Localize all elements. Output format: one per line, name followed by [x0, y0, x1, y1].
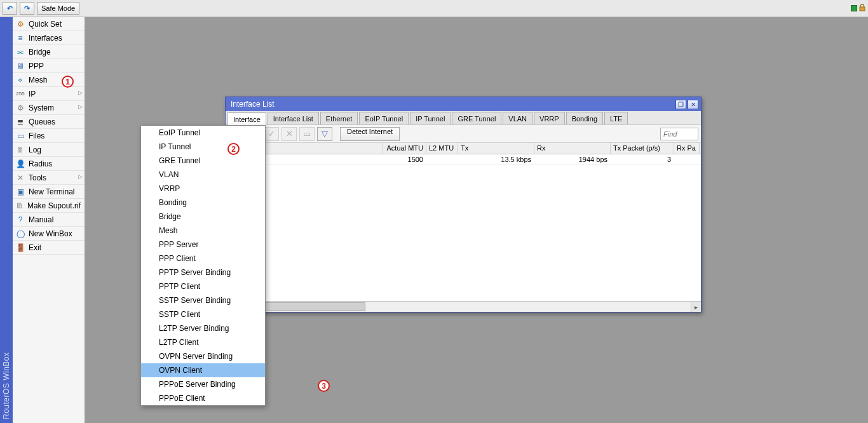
cell-tx: 13.5 kbps — [458, 156, 534, 163]
dropdown-item-vrrp[interactable]: VRRP — [141, 182, 265, 196]
tab-interface-list[interactable]: Interface List — [268, 112, 319, 124]
sidebar-item-files[interactable]: ▭Files — [13, 129, 85, 143]
sidebar-item-quick-set[interactable]: ⚙Quick Set — [13, 17, 85, 31]
tab-ethernet[interactable]: Ethernet — [320, 112, 358, 124]
sidebar-item-label: Log — [29, 145, 81, 154]
sidebar-item-exit[interactable]: 🚪Exit — [13, 241, 85, 255]
queues-icon: ≣ — [15, 117, 25, 127]
sidebar-item-new-terminal[interactable]: ▣New Terminal — [13, 185, 85, 199]
interface-list-window: Interface List ❐ ✕ InterfaceInterface Li… — [225, 97, 702, 312]
tab-eoip-tunnel[interactable]: EoIP Tunnel — [359, 112, 409, 124]
dropdown-item-ppp-client[interactable]: PPP Client — [141, 252, 265, 265]
status-connected-icon — [851, 5, 857, 11]
redo-button[interactable]: ↷ — [20, 2, 34, 15]
dropdown-item-gre-tunnel[interactable]: GRE Tunnel — [141, 154, 265, 168]
sidebar-item-label: New WinBox — [29, 229, 81, 238]
dropdown-item-l2tp-server-binding[interactable]: L2TP Server Binding — [141, 321, 265, 335]
sidebar-item-tools[interactable]: ✕Tools▷ — [13, 171, 85, 185]
svg-rect-0 — [860, 7, 865, 11]
dropdown-item-bonding[interactable]: Bonding — [141, 196, 265, 210]
sidebar-item-ppp[interactable]: 🖥PPP — [13, 59, 85, 73]
window-titlebar[interactable]: Interface List ❐ ✕ — [226, 97, 701, 111]
sidebar-item-ip[interactable]: 255IP▷ — [13, 87, 85, 101]
add-interface-dropdown: EoIP TunnelIP TunnelGRE TunnelVLANVRRPBo… — [140, 125, 266, 406]
scroll-right-button[interactable]: ▸ — [691, 302, 701, 312]
col-actual-mtu[interactable]: Actual MTU — [383, 143, 426, 154]
dropdown-item-pptp-server-binding[interactable]: PPTP Server Binding — [141, 265, 265, 279]
sidebar-item-interfaces[interactable]: ≡Interfaces — [13, 31, 85, 45]
window-tabs: InterfaceInterface ListEthernetEoIP Tunn… — [226, 111, 701, 125]
dropdown-item-ovpn-client[interactable]: OVPN Client — [141, 363, 265, 377]
sidebar-item-mesh[interactable]: ⋄Mesh — [13, 73, 85, 87]
new-winbox-icon: ◯ — [15, 229, 25, 239]
sidebar-item-label: Make Supout.rif — [27, 201, 81, 210]
table-row[interactable]: 1500 13.5 kbps 1944 bps 3 — [226, 154, 701, 165]
horizontal-scrollbar[interactable]: ▸ — [226, 301, 701, 312]
grid-body[interactable]: 1500 13.5 kbps 1944 bps 3 — [226, 154, 701, 301]
window-restore-button[interactable]: ❐ — [675, 100, 686, 109]
dropdown-item-ovpn-server-binding[interactable]: OVPN Server Binding — [141, 349, 265, 363]
dropdown-item-sstp-server-binding[interactable]: SSTP Server Binding — [141, 293, 265, 307]
dropdown-item-sstp-client[interactable]: SSTP Client — [141, 307, 265, 321]
sidebar-item-log[interactable]: 🗎Log — [13, 143, 85, 157]
sidebar-item-radius[interactable]: 👤Radius — [13, 157, 85, 171]
dropdown-item-mesh[interactable]: Mesh — [141, 224, 265, 238]
lock-icon — [859, 4, 865, 13]
tab-interface[interactable]: Interface — [227, 112, 266, 125]
annotation-2: 2 — [227, 143, 240, 155]
tab-bonding[interactable]: Bonding — [566, 112, 603, 124]
dropdown-item-pptp-client[interactable]: PPTP Client — [141, 279, 265, 293]
find-input[interactable] — [660, 128, 698, 140]
dropdown-item-bridge[interactable]: Bridge — [141, 210, 265, 224]
sidebar-item-system[interactable]: ⚙System▷ — [13, 101, 85, 115]
sidebar-item-bridge[interactable]: ⫘Bridge — [13, 45, 85, 59]
sidebar-item-label: System — [29, 104, 81, 112]
enable-button[interactable]: ✓ — [264, 127, 279, 141]
sidebar-item-label: Radius — [29, 159, 81, 168]
col-rx-pps[interactable]: Rx Pa ▼ — [674, 143, 700, 154]
sidebar-item-make-supout-rif[interactable]: 🗎Make Supout.rif — [13, 199, 85, 213]
ppp-icon: 🖥 — [15, 61, 25, 71]
new-terminal-icon: ▣ — [15, 187, 25, 197]
window-toolbar: ✚▾ — ✓ ✕ ▭ ▽ Detect Internet — [226, 125, 701, 143]
window-close-button[interactable]: ✕ — [688, 100, 698, 109]
sidebar-item-label: Interfaces — [29, 34, 81, 43]
main-toolbar: ↶ ↷ Safe Mode — [0, 0, 868, 17]
exit-icon: 🚪 — [15, 243, 25, 253]
detect-internet-button[interactable]: Detect Internet — [340, 127, 400, 141]
col-tx[interactable]: Tx — [458, 143, 534, 154]
dropdown-item-eoip-tunnel[interactable]: EoIP Tunnel — [141, 126, 265, 140]
tab-vrrp[interactable]: VRRP — [534, 112, 565, 124]
dropdown-item-pppoe-client[interactable]: PPPoE Client — [141, 391, 265, 405]
sidebar-item-new-winbox[interactable]: ◯New WinBox — [13, 227, 85, 241]
disable-button[interactable]: ✕ — [281, 127, 297, 141]
submenu-arrow-icon: ▷ — [78, 173, 83, 180]
dropdown-item-ppp-server[interactable]: PPP Server — [141, 238, 265, 252]
tab-gre-tunnel[interactable]: GRE Tunnel — [452, 112, 501, 124]
undo-button[interactable]: ↶ — [3, 2, 17, 15]
sidebar-item-manual[interactable]: ?Manual — [13, 213, 85, 227]
tab-lte[interactable]: LTE — [604, 112, 628, 124]
make-supout-rif-icon: 🗎 — [15, 201, 24, 211]
dropdown-item-pppoe-server-binding[interactable]: PPPoE Server Binding — [141, 377, 265, 391]
sidebar-item-label: Bridge — [29, 48, 81, 57]
dropdown-item-vlan[interactable]: VLAN — [141, 168, 265, 182]
bridge-icon: ⫘ — [15, 47, 25, 57]
app-title-bar: RouterOS WinBox — [0, 17, 13, 423]
sidebar-item-label: Files — [29, 131, 81, 140]
safe-mode-button[interactable]: Safe Mode — [37, 2, 79, 15]
grid-header: Actual MTU L2 MTU Tx Rx Tx Packet (p/s) … — [226, 143, 701, 154]
annotation-3: 3 — [318, 380, 330, 392]
col-rx[interactable]: Rx — [534, 143, 611, 154]
sidebar-item-queues[interactable]: ≣Queues — [13, 115, 85, 129]
tab-ip-tunnel[interactable]: IP Tunnel — [410, 112, 451, 124]
tab-vlan[interactable]: VLAN — [503, 112, 532, 124]
col-tx-pps[interactable]: Tx Packet (p/s) — [611, 143, 674, 154]
filter-button[interactable]: ▽ — [317, 127, 332, 141]
tools-icon: ✕ — [15, 173, 25, 183]
dropdown-item-l2tp-client[interactable]: L2TP Client — [141, 335, 265, 349]
system-icon: ⚙ — [15, 103, 25, 113]
dropdown-item-ip-tunnel[interactable]: IP Tunnel — [141, 140, 265, 154]
col-l2-mtu[interactable]: L2 MTU — [426, 143, 458, 154]
comment-button[interactable]: ▭ — [299, 127, 315, 141]
